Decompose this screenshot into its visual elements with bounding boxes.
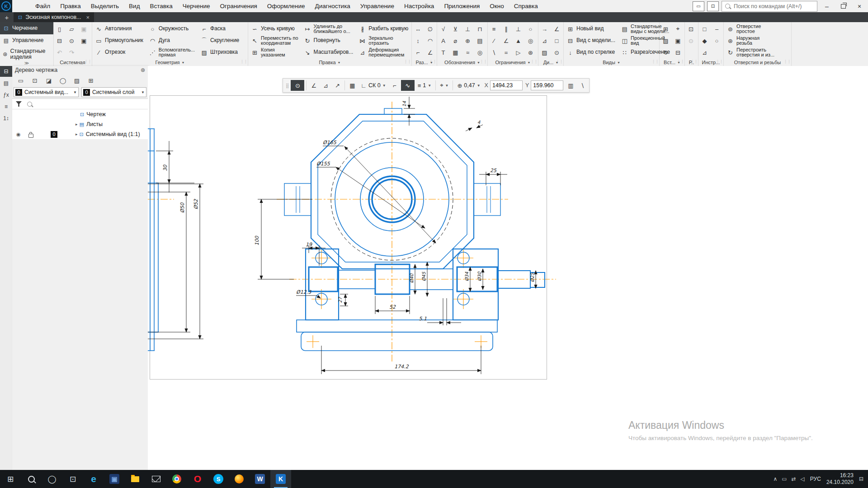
drawing-canvas[interactable]: Ø165 Ø155 14 4 25 30 Ø50 Ø52 100 19 Ø12.… — [148, 66, 868, 470]
tab-sketch-layout[interactable]: ⊡ Эскизная компонов... × — [14, 12, 94, 22]
taskbar-firefox[interactable] — [229, 470, 250, 488]
minimize-button[interactable]: – — [820, 1, 834, 12]
detail-callout-icon[interactable]: ◎ — [474, 47, 486, 58]
menu-оформление[interactable]: Оформление — [262, 0, 310, 12]
print-preview-icon[interactable]: ⊙ — [66, 35, 78, 47]
sidebar-collapse-chevron[interactable]: ≫ — [0, 61, 53, 66]
move-by-coords-button[interactable]: ↖Переместить покоординатам — [248, 35, 301, 47]
vertical-constraint-icon[interactable]: ∖ — [488, 47, 500, 58]
settings-window-icon[interactable]: ⊡ — [707, 1, 719, 11]
volume-icon[interactable]: ◁ — [801, 476, 805, 482]
variables-tab[interactable]: ƒx — [0, 89, 12, 100]
collinear-icon[interactable]: ∕ — [488, 35, 500, 47]
taskbar-task-view[interactable]: ⊡ — [62, 470, 83, 488]
new-document-icon[interactable]: ▯ — [53, 23, 66, 35]
construction-line-button[interactable]: ⋰Вспомогатель...прямая — [146, 47, 198, 58]
taskbar-chrome[interactable] — [166, 470, 187, 488]
taskbar-taskbar-search[interactable] — [21, 470, 42, 488]
tree-filter-row[interactable] — [12, 99, 148, 109]
add-view-icon[interactable]: ⊞ — [86, 75, 96, 85]
language-indicator[interactable]: РУС — [810, 476, 821, 482]
command-search-input[interactable] — [733, 3, 807, 10]
snaps-toggle[interactable]: ⊙ — [291, 80, 304, 91]
expand-arrow-icon[interactable]: ▸ — [75, 122, 78, 127]
datum-icon[interactable]: ⊻ — [449, 23, 462, 35]
tangent-icon[interactable]: ○ — [524, 23, 537, 35]
open-document-icon[interactable]: ▱ — [66, 23, 78, 35]
current-layer[interactable]: ≡1▼ — [415, 80, 434, 91]
diameter-dimension-icon[interactable]: ∅ — [424, 23, 436, 35]
snap-angle[interactable]: ⊿ — [320, 80, 331, 91]
rounding-toggle[interactable]: ∿ — [401, 80, 415, 91]
gear-icon[interactable]: ⊛ — [141, 67, 145, 73]
menu-приложения[interactable]: Приложения — [439, 0, 485, 12]
save-icon[interactable]: ▣ — [78, 23, 90, 35]
tree-item-drawing[interactable]: ⊡Чертеж — [12, 109, 148, 119]
taskbar-opera[interactable]: O — [187, 470, 208, 488]
search-paste-icon[interactable]: ⊙ — [685, 35, 697, 47]
eye-icon[interactable]: ◉ — [16, 131, 21, 137]
measure-point-icon[interactable]: ⊙ — [551, 47, 563, 58]
extend-to-nearest-button[interactable]: ↦Удлинить доближайшего о... — [301, 23, 356, 35]
chevron-down-icon[interactable]: ▼ — [477, 84, 481, 88]
snap-perpendicular[interactable]: ∠ — [308, 80, 319, 91]
drawing-tree-tab[interactable]: ⊟ — [0, 66, 12, 77]
circle-button[interactable]: ○Окружность — [146, 23, 198, 35]
menu-вид[interactable]: Вид — [124, 0, 145, 12]
history-tab[interactable]: 1↕ — [0, 113, 12, 124]
layer-icon[interactable]: ◪ — [44, 75, 54, 85]
insert-object-icon[interactable]: ▣ — [672, 35, 684, 47]
quickbar-grip[interactable]: ⣿ — [284, 83, 290, 88]
leader-text-icon[interactable]: A — [437, 35, 449, 47]
view-icon[interactable]: ⊡ — [30, 75, 40, 85]
undo-icon[interactable]: ↶ — [53, 47, 66, 58]
autoline-button[interactable]: ∿Автолиния — [92, 23, 146, 35]
update-links-icon[interactable]: ↻ — [660, 47, 672, 58]
diameter-sign-icon[interactable]: ⌀ — [449, 35, 462, 47]
menu-управление[interactable]: Управление — [355, 0, 399, 12]
new-tab-button[interactable]: + — [0, 12, 14, 22]
equal-icon[interactable]: = — [500, 47, 512, 58]
layers-tab[interactable]: ≡ — [0, 101, 12, 112]
deform-by-move-button[interactable]: ⊿Деформацияперемещением — [356, 47, 411, 58]
menu-выделить[interactable]: Выделить — [86, 0, 124, 12]
parameters-tab[interactable]: ▤ — [0, 78, 12, 89]
mirror-constraint-icon[interactable]: ▷ — [512, 47, 524, 58]
grid-toggle[interactable]: ▦ — [347, 80, 358, 91]
redo-icon[interactable]: ↷ — [66, 47, 78, 58]
view-search[interactable]: ⌖▼ — [438, 80, 451, 91]
group-dropdown-icon[interactable]: ▼ — [182, 61, 185, 64]
taskbar-skype[interactable]: S — [208, 470, 229, 488]
menu-файл[interactable]: Файл — [30, 0, 55, 12]
table-icon[interactable]: ▦ — [449, 47, 462, 58]
hatch-button[interactable]: ▨Штриховка — [198, 47, 242, 58]
chevron-down-icon[interactable]: ▼ — [382, 84, 386, 88]
zoom-level[interactable]: ⊕0,47▼ — [455, 80, 482, 91]
network-icon[interactable]: ⇄ — [792, 476, 796, 482]
filter-icon[interactable] — [16, 101, 22, 107]
restore-button[interactable] — [836, 1, 850, 12]
cursor-x-input[interactable]: 1494.23 — [490, 80, 523, 90]
external-thread-button[interactable]: ⊛Наружнаярезьба — [724, 35, 777, 47]
tree-item-system-view[interactable]: ◉0 ▸ ⊡Системный вид (1:1) — [12, 129, 148, 139]
cursor-y[interactable]: Y159.960 — [525, 80, 563, 90]
coordinate-system[interactable]: ∟СК 0▼ — [359, 80, 388, 91]
sidebar-mode-standard-parts[interactable]: ⊛Стандартные изделия — [0, 47, 53, 62]
menu-правка[interactable]: Правка — [55, 0, 86, 12]
wavy-line-icon[interactable]: ≈ — [462, 47, 474, 58]
menu-настройка[interactable]: Настройка — [399, 0, 439, 12]
fix-point-icon[interactable]: ≡ — [488, 23, 500, 35]
arc-button[interactable]: ◠Дуга — [146, 35, 198, 47]
cursor-y-input[interactable]: 159.960 — [531, 80, 563, 90]
chevron-down-icon[interactable]: ▼ — [428, 84, 431, 88]
window-layout-icon[interactable]: ▭ — [693, 1, 704, 11]
insert-picture-icon[interactable]: ▨ — [660, 35, 672, 47]
copy-by-point-button[interactable]: ⊞Копияуказанием — [248, 47, 301, 58]
sidebar-mode-management[interactable]: ▤Управление — [0, 34, 53, 47]
menu-справка[interactable]: Справка — [509, 0, 543, 12]
measure-area-icon[interactable]: ⊿ — [538, 35, 551, 47]
measure-distance-icon[interactable]: → — [538, 23, 551, 35]
tab-close-icon[interactable]: × — [86, 14, 90, 21]
simple-hole-button[interactable]: ⊚Отверстиепростое — [724, 23, 777, 35]
new-view-button[interactable]: ⊞Новый вид — [564, 23, 618, 35]
